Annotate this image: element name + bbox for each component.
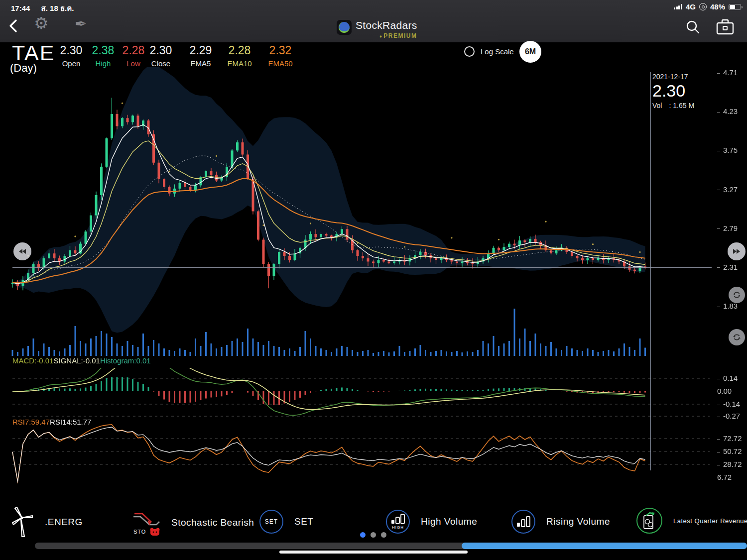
radar-label: Stochastic Bearish <box>171 517 254 528</box>
page-dot[interactable] <box>371 532 376 538</box>
macd-value: MACD:-0.01 <box>12 356 54 365</box>
reload-upper-button[interactable] <box>729 287 745 303</box>
app-logo-icon <box>337 20 352 35</box>
macd-axis-label: 0.14 <box>717 374 738 382</box>
clock: 17:44 <box>11 4 30 12</box>
radar-label: Rising Volume <box>546 516 610 527</box>
stochastic-bear-icon: STO <box>132 509 160 537</box>
macd-axis-label: -0.27 <box>717 412 740 420</box>
price-axis-label: 2.79 <box>717 224 738 232</box>
app-logo: StockRadars PREMIUM <box>337 20 417 39</box>
rewind-icon <box>18 248 26 254</box>
ema10-label: EMA10 <box>222 59 257 68</box>
quote-field-ema5: 2.29 EMA5 <box>183 44 218 68</box>
orientation-lock-icon <box>699 3 707 10</box>
drawing-pen-icon[interactable]: ✒ <box>75 17 87 31</box>
ema10-value: 2.28 <box>222 44 257 57</box>
price-chart-canvas[interactable] <box>0 67 747 488</box>
histogram-value: Histogram:0.01 <box>100 356 151 365</box>
price-axis-label: 3.27 <box>717 185 738 194</box>
rsi7-value: RSI7:59.47 <box>12 418 50 426</box>
ema5-label: EMA5 <box>183 59 218 68</box>
page-dot[interactable] <box>381 532 386 538</box>
price-axis-label: 2.31 <box>717 263 738 271</box>
log-scale-radio[interactable] <box>464 46 475 57</box>
repeat-icon <box>733 334 741 341</box>
macd-axis-label: 0.00 <box>717 387 732 395</box>
signal-value: SIGNAL:-0.01 <box>54 356 100 365</box>
high-volume-icon: HIGH <box>386 510 410 534</box>
ema50-label: EMA50 <box>263 59 298 68</box>
portfolio-briefcase-icon[interactable] <box>715 18 735 35</box>
repeat-icon <box>733 291 741 299</box>
statusbar-date: ส. 18 ธ.ค. <box>41 4 74 12</box>
price-axis-label: 4.71 <box>717 68 738 77</box>
quote-field-ema50: 2.32 EMA50 <box>263 44 298 68</box>
revenue-increase-icon <box>636 508 662 534</box>
radar-item-set[interactable]: SET SET <box>259 510 313 534</box>
app-tier-badge: PREMIUM <box>356 32 417 39</box>
macd-axis-label: -0.14 <box>717 400 740 408</box>
network-type: 4G <box>686 2 696 11</box>
app-name: StockRadars <box>356 19 417 31</box>
radar-label: .ENERG <box>45 517 83 528</box>
ema50-value: 2.32 <box>263 44 298 57</box>
radar-item-energ[interactable]: .ENERG <box>10 507 83 538</box>
log-scale-label: Log Scale <box>481 47 514 56</box>
radar-item-revenue-increase[interactable]: Latest Quarter Revenue Increas <box>636 508 747 534</box>
rsi-axis-label: 72.72 <box>717 434 742 443</box>
page-dots[interactable] <box>360 532 386 538</box>
high-value: 2.38 <box>86 44 121 57</box>
high-label: High <box>86 59 121 68</box>
fast-forward-icon <box>733 248 741 254</box>
chart-scrollbar-thumb[interactable] <box>462 543 747 549</box>
rsi-indicator-labels: RSI7:59.47RSI14:51.77 <box>12 418 91 426</box>
open-value: 2.30 <box>54 44 89 57</box>
battery-icon <box>729 4 741 10</box>
statusbar-left: 17:44 ส. 18 ธ.ค. <box>11 2 74 14</box>
reload-lower-button[interactable] <box>729 329 745 345</box>
back-button[interactable] <box>7 18 20 34</box>
scroll-left-button[interactable] <box>13 242 31 260</box>
crosshair-vertical-line <box>650 72 651 470</box>
chart-scrollbar-track[interactable] <box>35 543 747 549</box>
page-dot-active[interactable] <box>360 532 366 538</box>
ema5-value: 2.29 <box>183 44 218 57</box>
open-label: Open <box>54 59 89 68</box>
signal-bars-icon <box>674 4 682 9</box>
log-scale-toggle[interactable]: Log Scale <box>464 46 514 57</box>
price-axis-label: 4.23 <box>717 107 738 115</box>
quote-field-close: 2.30 Close <box>143 44 178 68</box>
close-label: Close <box>143 59 178 68</box>
rsi-axis-label: 50.72 <box>717 447 742 455</box>
settings-gear-icon[interactable]: ⚙ <box>34 15 49 31</box>
quote-field-open: 2.30 Open <box>54 44 89 68</box>
wind-turbine-icon <box>10 507 34 538</box>
radar-item-high-volume[interactable]: HIGH High Volume <box>386 510 477 534</box>
search-icon[interactable] <box>685 19 700 34</box>
rsi-axis-label: 6.72 <box>717 473 732 481</box>
rising-volume-icon <box>511 510 535 534</box>
svg-text:STO: STO <box>133 529 146 535</box>
radar-label: High Volume <box>421 516 477 527</box>
macd-indicator-labels: MACD:-0.01SIGNAL:-0.01Histogram:0.01 <box>12 356 151 365</box>
radar-item-stochastic-bearish[interactable]: STO Stochastic Bearish <box>132 509 254 537</box>
rsi-axis-label: 28.72 <box>717 460 742 468</box>
home-indicator[interactable] <box>279 551 468 554</box>
set-badge-icon: SET <box>259 510 283 534</box>
statusbar-right: 4G 48% <box>674 2 741 11</box>
range-6m-button[interactable]: 6M <box>519 41 541 63</box>
close-value: 2.30 <box>143 44 178 57</box>
radar-label: Latest Quarter Revenue Increas <box>673 517 747 525</box>
rsi14-value: RSI14:51.77 <box>50 418 91 426</box>
radar-item-rising-volume[interactable]: Rising Volume <box>511 510 610 534</box>
current-price-line <box>12 267 712 268</box>
high-badge-text: HIGH <box>392 525 404 530</box>
price-axis-label: 1.83 <box>717 302 738 310</box>
scroll-right-button[interactable] <box>728 242 746 260</box>
quote-field-high: 2.38 High <box>86 44 121 68</box>
price-axis-label: 3.75 <box>717 146 738 154</box>
stockradars-app: 17:44 ส. 18 ธ.ค. 4G 48% ⚙ ✒ StockRadars … <box>0 0 747 560</box>
header: 17:44 ส. 18 ธ.ค. 4G 48% ⚙ ✒ StockRadars … <box>0 0 747 42</box>
radar-label: SET <box>294 516 313 527</box>
